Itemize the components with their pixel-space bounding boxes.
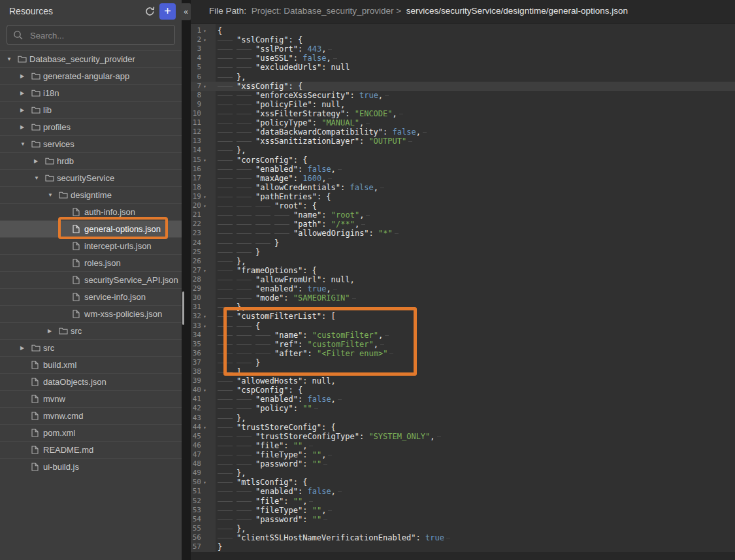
code-line-49[interactable]: 49}, [191, 469, 735, 478]
tree-item-service-info-json[interactable]: service-info.json [0, 288, 182, 305]
code-line-46[interactable]: 46"file": "", [191, 441, 735, 450]
code-line-48[interactable]: 48"password": "" [191, 459, 735, 469]
code-line-13[interactable]: 13"xssSanitizationLayer": "OUTPUT" [191, 137, 735, 146]
code-line-text[interactable]: "trustStoreConfigType": "SYSTEM_ONLY", [218, 432, 443, 441]
code-line-text[interactable]: "useSSL": false, [218, 54, 339, 63]
code-line-text[interactable]: "policy": "" [218, 404, 320, 413]
code-line-53[interactable]: 53"fileType": "", [191, 506, 735, 515]
tree-item-services[interactable]: ▼services [0, 135, 182, 152]
tree-item-hrdb[interactable]: ▶hrdb [0, 152, 182, 169]
code-line-39[interactable]: 39"allowedHosts": null, [191, 376, 735, 386]
editor-lines[interactable]: 1▾{2▾"sslConfig": {3"sslPort": 443,4"use… [191, 26, 735, 552]
tree-item-src[interactable]: ▶src [0, 322, 182, 339]
tree-item-database-security-provider[interactable]: ▼Database_security_provider [0, 50, 182, 67]
fold-caret-icon[interactable]: ▾ [203, 322, 206, 331]
code-line-7[interactable]: 7▾"xssConfig": { [191, 82, 735, 91]
code-line-text[interactable]: "fileType": "", [218, 506, 334, 515]
code-line-text[interactable]: "ref": "customFilter", [218, 340, 386, 349]
code-line-40[interactable]: 40▾"cspConfig": { [191, 386, 735, 395]
code-line-text[interactable]: "allowFromUrl": null, [218, 275, 355, 284]
code-line-54[interactable]: 54"password": "" [191, 515, 735, 524]
code-line-23[interactable]: 23"allowedOrigins": "*" [191, 229, 735, 238]
tree-item-wm-xss-policies-json[interactable]: wm-xss-policies.json [0, 305, 182, 322]
code-line-text[interactable]: "customFilterList": [ [218, 312, 336, 321]
tree-item-pom-xml[interactable]: pom.xml [0, 424, 182, 441]
code-line-text[interactable]: } [218, 248, 260, 257]
code-line-text[interactable]: }, [218, 524, 246, 533]
code-line-12[interactable]: 12"dataBackwardCompatibility": false, [191, 127, 735, 137]
code-line-text[interactable]: { [218, 26, 222, 35]
code-line-35[interactable]: 35"ref": "customFilter", [191, 340, 735, 349]
tree-item-auth-info-json[interactable]: auth-info.json [0, 203, 182, 220]
code-line-text[interactable]: "trustStoreConfig": { [218, 423, 336, 432]
tree-item-roles-json[interactable]: roles.json [0, 254, 182, 271]
caret-collapsed-icon[interactable]: ▶ [20, 124, 24, 130]
code-line-text[interactable]: "maxAge": 1600, [218, 174, 334, 183]
code-line-32[interactable]: 32▾"customFilterList": [ [191, 312, 735, 321]
code-line-42[interactable]: 42"policy": "" [191, 404, 735, 413]
code-line-text[interactable]: "pathEntries": { [218, 192, 331, 201]
code-line-33[interactable]: 33▾{ [191, 321, 735, 331]
code-line-18[interactable]: 18"allowCredentials": false, [191, 183, 735, 192]
code-line-5[interactable]: 5"excludedUrls": null [191, 63, 735, 72]
code-line-17[interactable]: 17"maxAge": 1600, [191, 174, 735, 183]
tree-item-dataobjects-json[interactable]: dataObjects.json [0, 373, 182, 390]
code-line-37[interactable]: 37} [191, 358, 735, 367]
code-line-text[interactable]: "allowedOrigins": "*" [218, 229, 400, 238]
tree-item-designtime[interactable]: ▼designtime [0, 186, 182, 203]
code-line-8[interactable]: 8"enforceXssSecurity": true, [191, 91, 735, 100]
code-line-text[interactable]: "dataBackwardCompatibility": false, [218, 127, 429, 137]
tree-item-mvnw[interactable]: mvnw [0, 390, 182, 407]
code-line-50[interactable]: 50▾"mtlsConfig": { [191, 478, 735, 487]
code-line-text[interactable]: "mtlsConfig": { [218, 478, 307, 487]
tree-item-ui-build-js[interactable]: ui-build.js [0, 458, 182, 475]
code-line-text[interactable]: } [218, 542, 222, 552]
code-line-19[interactable]: 19▾"pathEntries": { [191, 192, 735, 201]
caret-collapsed-icon[interactable]: ▶ [20, 90, 24, 96]
code-line-51[interactable]: 51"enabled": false, [191, 487, 735, 496]
caret-collapsed-icon[interactable]: ▶ [20, 73, 24, 79]
code-line-28[interactable]: 28"allowFromUrl": null, [191, 275, 735, 284]
tree-item-generated-angular-app[interactable]: ▶generated-angular-app [0, 67, 182, 84]
code-line-text[interactable]: "xssFilterStrategy": "ENCODE", [218, 109, 405, 118]
fold-caret-icon[interactable]: ▾ [203, 202, 206, 211]
code-line-44[interactable]: 44▾"trustStoreConfig": { [191, 423, 735, 432]
code-line-text[interactable]: }, [218, 469, 246, 478]
tree-item-src[interactable]: ▶src [0, 339, 182, 356]
fold-caret-icon[interactable]: ▾ [203, 478, 206, 487]
caret-collapsed-icon[interactable]: ▶ [34, 158, 38, 164]
code-line-56[interactable]: 56"clientSSLHostNameVerificationEnabled"… [191, 533, 735, 542]
code-line-4[interactable]: 4"useSSL": false, [191, 54, 735, 63]
fold-caret-icon[interactable]: ▾ [203, 267, 206, 276]
code-line-text[interactable]: "enabled": false, [218, 395, 344, 404]
tree-item-i18n[interactable]: ▶i18n [0, 84, 182, 101]
code-line-31[interactable]: 31}, [191, 303, 735, 312]
code-line-text[interactable]: }, [218, 73, 246, 82]
caret-collapsed-icon[interactable]: ▶ [48, 328, 52, 334]
add-resource-button[interactable]: + [159, 3, 176, 20]
code-line-text[interactable]: } [218, 358, 260, 367]
refresh-button[interactable] [143, 5, 156, 18]
fold-caret-icon[interactable]: ▾ [203, 36, 206, 45]
code-line-25[interactable]: 25} [191, 248, 735, 257]
code-line-22[interactable]: 22"path": "/**", [191, 220, 735, 229]
fold-caret-icon[interactable]: ▾ [203, 82, 206, 91]
code-line-text[interactable]: }, [218, 303, 246, 312]
caret-collapsed-icon[interactable]: ▶ [20, 107, 24, 113]
code-line-text[interactable]: "excludedUrls": null [218, 63, 350, 72]
code-line-text[interactable]: "clientSSLHostNameVerificationEnabled": … [218, 533, 452, 542]
code-line-text[interactable]: }, [218, 257, 246, 266]
code-line-text[interactable]: "path": "/**", [218, 220, 367, 229]
code-line-text[interactable]: "enabled": true, [218, 284, 339, 293]
caret-expanded-icon[interactable]: ▼ [7, 56, 12, 62]
caret-collapsed-icon[interactable]: ▶ [20, 345, 24, 351]
code-line-26[interactable]: 26}, [191, 257, 735, 266]
code-line-21[interactable]: 21"name": "root", [191, 210, 735, 220]
code-line-43[interactable]: 43}, [191, 414, 735, 423]
caret-expanded-icon[interactable]: ▼ [34, 175, 39, 181]
code-line-text[interactable]: "file": "", [218, 497, 315, 506]
code-line-text[interactable]: "file": "", [218, 441, 315, 450]
code-line-text[interactable]: "sslPort": 443, [218, 44, 334, 54]
code-line-47[interactable]: 47"fileType": "", [191, 450, 735, 459]
code-line-text[interactable]: "xssConfig": { [218, 82, 302, 91]
